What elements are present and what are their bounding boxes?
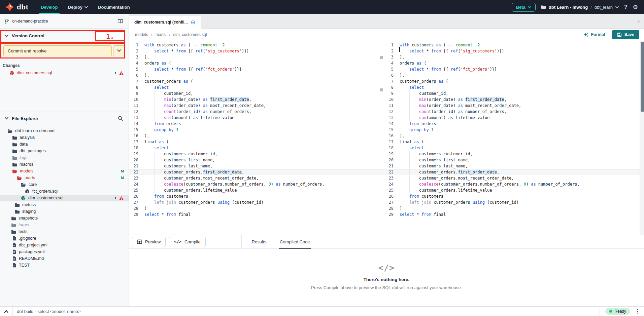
save-button[interactable]: Save xyxy=(612,30,639,39)
code-line-27[interactable]: 27 left join customer_orders using (cust… xyxy=(129,199,384,205)
tree-item-dbt_project.yml[interactable]: dbt_project.yml xyxy=(0,242,129,248)
breadcrumb-item-dim_customers.sql[interactable]: dim_customers.sql xyxy=(173,32,207,37)
code-line-6[interactable]: 6), xyxy=(384,72,644,78)
tree-item-dim_customers.sql[interactable]: dim_customers.sql xyxy=(0,195,129,201)
tree-item-fct_orders.sql[interactable]: fct_orders.sql xyxy=(0,188,129,195)
breadcrumb-item-marts[interactable]: marts xyxy=(156,32,166,37)
editor-pane-right[interactable]: 1with customers as ( -- comment 22 selec… xyxy=(384,41,644,235)
file-explorer-header[interactable]: File Explorer xyxy=(0,112,129,125)
tree-item-TEST[interactable]: TEST xyxy=(0,262,129,269)
code-line-21[interactable]: 21 customers.last_name, xyxy=(384,163,644,169)
git-branch-row[interactable]: on-demand-practice xyxy=(0,14,129,29)
code-line-23[interactable]: 23 customer_orders.most_recent_order_dat… xyxy=(384,175,644,181)
code-line-26[interactable]: 26 from customers xyxy=(129,193,384,199)
code-line-21[interactable]: 21 customers.last_name, xyxy=(129,163,384,169)
code-line-17[interactable]: 17final as ( xyxy=(129,139,384,145)
code-line-10[interactable]: 10 min(order_date) as first_order_date, xyxy=(384,96,644,103)
code-line-6[interactable]: 6), xyxy=(129,72,384,78)
chevron-up-icon[interactable] xyxy=(0,310,12,313)
code-line-26[interactable]: 26 from customers xyxy=(384,193,644,199)
commit-options-caret-button[interactable] xyxy=(113,45,125,56)
settings-gear-icon[interactable]: ⚙ xyxy=(633,4,638,10)
help-icon[interactable]: ? xyxy=(624,4,628,10)
code-line-9[interactable]: 9 customer_id, xyxy=(384,90,644,96)
code-line-9[interactable]: 9 customer_id, xyxy=(129,90,384,96)
code-line-17[interactable]: 17final as ( xyxy=(384,139,644,145)
tree-item-analysis[interactable]: analysis xyxy=(0,134,129,141)
scrollbar-mark[interactable] xyxy=(380,88,383,91)
code-line-11[interactable]: 11 max(order_date) as most_recent_order_… xyxy=(129,103,384,109)
code-line-22[interactable]: 22 customer_orders.first_order_date, xyxy=(129,169,384,175)
tab-dim-customers[interactable]: dim_customers.sql (confli... xyxy=(129,16,201,29)
version-control-header[interactable]: Version Control xyxy=(0,29,129,43)
tree-item-README.md[interactable]: README.md xyxy=(0,255,129,262)
tree-item-data[interactable]: data xyxy=(0,141,129,148)
code-line-5[interactable]: 5 select * from {{ ref('fct_orders')}} xyxy=(384,66,644,72)
new-tab-icon[interactable]: + xyxy=(637,18,641,24)
breadcrumb-item-models[interactable]: models xyxy=(135,32,148,37)
nav-item-deploy[interactable]: Deploy xyxy=(63,0,93,14)
code-line-2[interactable]: 2 select * from {{ ref('stg_customers')}… xyxy=(129,48,384,54)
code-line-3[interactable]: 3), xyxy=(129,54,384,60)
code-line-20[interactable]: 20 customers.first_name, xyxy=(384,157,644,163)
nav-item-documentation[interactable]: Documentation xyxy=(93,0,135,14)
tree-item-logs[interactable]: logs xyxy=(0,154,129,161)
format-button[interactable]: Format xyxy=(583,32,605,37)
code-line-1[interactable]: 1with customers as ( -- comment 2 xyxy=(384,42,644,48)
code-line-16[interactable]: 16), xyxy=(129,133,384,139)
commit-and-resolve-button[interactable]: Commit and resolve xyxy=(3,45,112,56)
code-line-4[interactable]: 4orders as ( xyxy=(129,60,384,66)
preview-button[interactable]: Preview xyxy=(132,237,166,247)
code-line-22[interactable]: 22 customer_orders.first_order_date, xyxy=(384,169,644,175)
tree-item-marts[interactable]: martsM xyxy=(0,174,129,181)
code-line-15[interactable]: 15 group by 1 xyxy=(384,127,644,133)
code-line-1[interactable]: 1with customers as ( -- comment 2 xyxy=(129,42,384,48)
tree-item-target[interactable]: target xyxy=(0,222,129,228)
code-line-19[interactable]: 19 customers.customer_id, xyxy=(384,151,644,157)
code-line-25[interactable]: 25 customer_orders.lifetime_value xyxy=(384,187,644,193)
code-line-23[interactable]: 23 customer_orders.most_recent_order_dat… xyxy=(129,175,384,181)
code-line-4[interactable]: 4orders as ( xyxy=(384,60,644,66)
code-line-27[interactable]: 27 left join customer_orders using (cust… xyxy=(384,199,644,205)
code-line-10[interactable]: 10 min(order_date) as first_order_date, xyxy=(129,96,384,103)
code-line-16[interactable]: 16), xyxy=(384,133,644,139)
code-line-7[interactable]: 7customer_orders as ( xyxy=(129,78,384,84)
code-line-20[interactable]: 20 customers.first_name, xyxy=(129,157,384,163)
code-line-15[interactable]: 15 group by 1 xyxy=(129,127,384,133)
code-line-12[interactable]: 12 count(order_id) as number_of_orders, xyxy=(384,109,644,115)
dbt-logo[interactable]: dbt xyxy=(0,2,36,12)
tree-item-metrics[interactable]: metrics xyxy=(0,201,129,208)
tree-item-snapshots[interactable]: snapshots xyxy=(0,215,129,222)
code-line-11[interactable]: 11 max(order_date) as most_recent_order_… xyxy=(384,103,644,109)
code-line-28[interactable]: 28) xyxy=(129,205,384,211)
scrollbar-thumb[interactable] xyxy=(641,42,644,112)
code-line-12[interactable]: 12 count(order_id) as number_of_orders, xyxy=(129,109,384,115)
tree-item-models[interactable]: modelsM xyxy=(0,168,129,174)
vertical-scrollbar[interactable] xyxy=(640,41,644,235)
changed-file-dim_customers.sql[interactable]: dim_customers.sql xyxy=(0,69,129,77)
code-line-24[interactable]: 24 coalesce(customer_orders.number_of_or… xyxy=(384,181,644,187)
code-line-25[interactable]: 25 customer_orders.lifetime_value xyxy=(129,187,384,193)
code-line-7[interactable]: 7customer_orders as ( xyxy=(384,78,644,84)
nav-item-develop[interactable]: Develop xyxy=(36,0,63,14)
tree-item-.gitignore[interactable]: .gitignore xyxy=(0,235,129,242)
code-line-3[interactable]: 3), xyxy=(384,54,644,60)
tree-item-dbt_packages[interactable]: dbt_packages xyxy=(0,148,129,154)
tree-item-dbt-learn-on-demand[interactable]: dbt-learn-on-demand xyxy=(0,127,129,134)
code-line-8[interactable]: 8 select xyxy=(129,84,384,90)
command-input[interactable] xyxy=(13,309,600,314)
code-line-19[interactable]: 19 customers.customer_id, xyxy=(129,151,384,157)
kebab-menu-icon[interactable]: ⋮ xyxy=(635,308,640,314)
compile-button[interactable]: </> Compile xyxy=(169,237,205,247)
code-line-5[interactable]: 5 select * from {{ ref('fct_orders')}} xyxy=(129,66,384,72)
tree-item-packages.yml[interactable]: packages.yml xyxy=(0,248,129,255)
docs-book-icon[interactable] xyxy=(117,19,123,24)
tree-item-staging[interactable]: staging xyxy=(0,208,129,215)
panel-tab-results[interactable]: Results xyxy=(251,235,267,249)
code-line-14[interactable]: 14 from orders xyxy=(384,121,644,127)
tree-item-core[interactable]: core xyxy=(0,181,129,188)
tree-item-macros[interactable]: macros xyxy=(0,161,129,168)
tree-item-tests[interactable]: tests xyxy=(0,228,129,235)
scrollbar-mark[interactable] xyxy=(380,56,383,59)
code-line-29[interactable]: 29select * from final xyxy=(129,211,384,218)
